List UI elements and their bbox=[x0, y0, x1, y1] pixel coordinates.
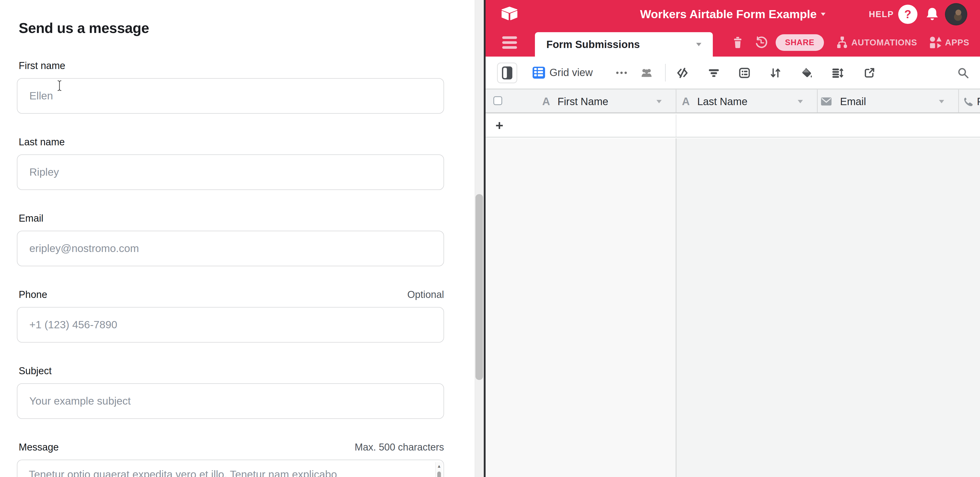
first-name-input[interactable] bbox=[17, 78, 444, 114]
base-title[interactable]: Workers Airtable Form Example bbox=[640, 8, 817, 21]
apps-icon bbox=[929, 36, 942, 49]
automations-label: AUTOMATIONS bbox=[851, 38, 918, 48]
scroll-up-arrow-icon[interactable]: ▲ bbox=[436, 464, 442, 469]
help-button[interactable]: HELP bbox=[869, 0, 894, 29]
select-all-checkbox[interactable] bbox=[493, 96, 502, 105]
text-field-icon: A bbox=[682, 90, 690, 113]
column-divider[interactable] bbox=[676, 90, 676, 113]
apps-button[interactable]: APPS bbox=[929, 36, 969, 49]
history-icon[interactable] bbox=[754, 36, 768, 49]
add-row[interactable]: + bbox=[485, 114, 980, 138]
message-scrollbar-thumb[interactable] bbox=[437, 472, 441, 477]
column-header-last-name[interactable]: Last Name bbox=[697, 90, 747, 113]
toggle-sidebar-button[interactable] bbox=[497, 63, 517, 83]
panel-toggle-icon bbox=[502, 67, 512, 79]
email-field-icon bbox=[821, 97, 832, 106]
frozen-column-divider[interactable] bbox=[676, 138, 676, 477]
phone-input[interactable] bbox=[17, 307, 444, 342]
column-menu-caret-icon[interactable] bbox=[798, 100, 803, 103]
column-header-email[interactable]: Email bbox=[840, 90, 866, 113]
trash-icon[interactable] bbox=[731, 36, 745, 49]
share-button[interactable]: SHARE bbox=[776, 34, 824, 51]
column-menu-caret-icon[interactable] bbox=[939, 100, 944, 103]
email-label: Email bbox=[19, 213, 43, 224]
phone-field-icon bbox=[963, 96, 974, 108]
first-name-label: First name bbox=[19, 60, 65, 71]
collaborators-icon[interactable] bbox=[640, 67, 653, 79]
notifications-bell-icon[interactable] bbox=[925, 7, 940, 22]
subject-input[interactable] bbox=[17, 384, 444, 419]
contact-form-window: Send us a message First name Last name E… bbox=[0, 0, 484, 477]
column-divider[interactable] bbox=[817, 90, 818, 113]
table-tab-bar: Form Submissions SHARE bbox=[485, 29, 980, 57]
active-table-name: Form Submissions bbox=[546, 39, 696, 50]
row-height-icon[interactable] bbox=[831, 67, 844, 79]
message-max-note: Max. 500 characters bbox=[355, 442, 444, 453]
message-scrollbar[interactable]: ▲ bbox=[435, 462, 442, 477]
hamburger-menu-icon[interactable] bbox=[502, 36, 517, 49]
user-avatar[interactable] bbox=[945, 3, 967, 25]
view-options-ellipsis-icon[interactable] bbox=[616, 71, 627, 74]
sort-icon[interactable] bbox=[769, 67, 782, 79]
help-question-icon[interactable]: ? bbox=[898, 5, 918, 24]
window-edge-divider bbox=[484, 0, 485, 477]
table-caret-icon[interactable] bbox=[696, 43, 702, 46]
share-view-icon[interactable] bbox=[863, 67, 876, 79]
automations-icon bbox=[835, 36, 849, 49]
airtable-topbar: Workers Airtable Form Example HELP ? bbox=[485, 0, 980, 29]
page-scrollbar-thumb[interactable] bbox=[476, 194, 483, 380]
paint-fill-icon[interactable] bbox=[800, 67, 813, 79]
email-input[interactable] bbox=[17, 231, 444, 266]
column-header-first-name[interactable]: First Name bbox=[557, 90, 608, 113]
subject-label: Subject bbox=[19, 365, 52, 377]
search-icon[interactable] bbox=[957, 67, 969, 79]
view-name[interactable]: Grid view bbox=[549, 57, 593, 90]
column-menu-caret-icon[interactable] bbox=[657, 100, 662, 103]
hide-fields-icon[interactable] bbox=[676, 67, 689, 79]
grid-body-scroll-area bbox=[676, 138, 980, 477]
filter-icon[interactable] bbox=[708, 67, 720, 79]
base-title-caret-icon[interactable] bbox=[821, 13, 826, 16]
message-textarea[interactable]: Tenetur optio quaerat expedita vero et i… bbox=[17, 460, 444, 477]
tab-form-submissions[interactable]: Form Submissions bbox=[535, 32, 713, 57]
last-name-label: Last name bbox=[19, 136, 65, 148]
grid-body-frozen-column bbox=[485, 138, 676, 477]
phone-label: Phone bbox=[19, 289, 47, 300]
toolbar-divider bbox=[665, 64, 666, 81]
airtable-window: Workers Airtable Form Example HELP ? For… bbox=[485, 0, 980, 477]
grid-body bbox=[485, 138, 980, 477]
column-divider bbox=[676, 114, 676, 137]
message-text: Tenetur optio quaerat expedita vero et i… bbox=[29, 468, 337, 477]
grid-header-row: A First Name A Last Name Email P bbox=[485, 90, 980, 113]
message-label: Message bbox=[19, 442, 59, 453]
view-toolbar: Grid view bbox=[485, 57, 980, 90]
automations-button[interactable]: AUTOMATIONS bbox=[835, 36, 918, 49]
text-field-icon: A bbox=[542, 90, 550, 113]
last-name-input[interactable] bbox=[17, 154, 444, 190]
text-cursor bbox=[57, 80, 62, 91]
grid-view-icon[interactable] bbox=[533, 67, 545, 79]
page-title: Send us a message bbox=[19, 20, 149, 36]
apps-label: APPS bbox=[945, 38, 969, 48]
add-row-plus-icon[interactable]: + bbox=[495, 114, 503, 138]
column-header-phone[interactable]: P bbox=[977, 90, 980, 113]
column-divider[interactable] bbox=[958, 90, 959, 113]
phone-optional-note: Optional bbox=[407, 289, 444, 300]
group-icon[interactable] bbox=[738, 67, 751, 79]
